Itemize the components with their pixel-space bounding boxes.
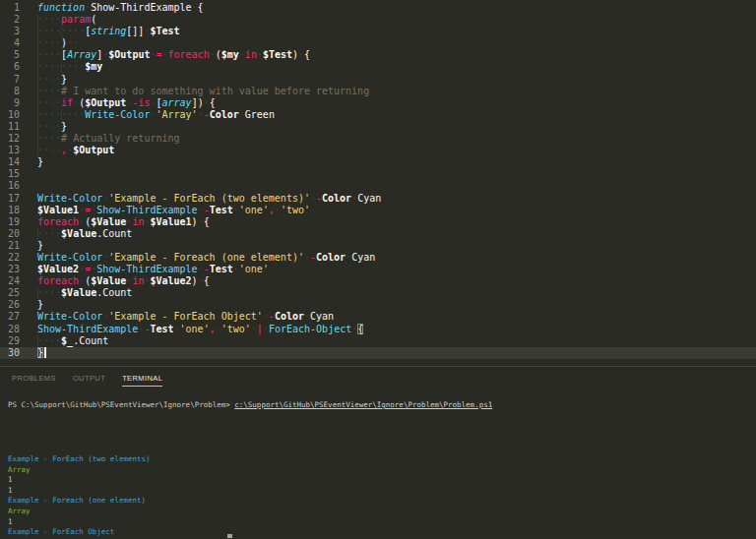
code-text: ····,·$Output <box>37 145 756 156</box>
line-number[interactable]: 29 <box>0 335 20 347</box>
line-number[interactable]: 12 <box>0 133 20 145</box>
code-text: ····if·($Output·-is·[array])·{ <box>37 97 756 109</box>
line-number[interactable]: 28 <box>0 324 20 335</box>
indent-guide <box>37 86 38 97</box>
line-number[interactable]: 18 <box>0 205 20 216</box>
line-number[interactable]: 17 <box>0 193 20 205</box>
line-number[interactable]: 22 <box>0 252 20 264</box>
code-text: ····# I want to do something with value … <box>37 86 756 97</box>
code-lines: 1function·Show-ThirdExample·{2····param(… <box>0 2 756 359</box>
code-text: ········Write-Color·'Array'·-Color·Green <box>37 109 756 121</box>
indent-guide <box>37 335 38 347</box>
code-text: function·Show-ThirdExample·{ <box>37 2 756 14</box>
editor-cursor <box>44 347 46 358</box>
line-number[interactable]: 10 <box>0 109 20 121</box>
terminal[interactable]: PS C:\Support\GitHub\PSEventViewer\Ignor… <box>0 389 756 538</box>
indent-guide <box>61 26 62 37</box>
code-text: $Value2·=·Show-ThirdExample·-Test·'one' <box>37 264 756 275</box>
code-text: ····$Value.Count <box>37 287 756 299</box>
panel-tab-bar: PROBLEMSOUTPUTTERMINAL <box>0 367 756 389</box>
line-number[interactable]: 3 <box>0 26 20 37</box>
code-line: 15 <box>0 168 756 180</box>
code-line: 28Show-ThirdExample·-Test·'one',·'two'·|… <box>0 324 756 335</box>
code-text: ····} <box>37 74 756 86</box>
code-line: 2····param( <box>0 14 756 26</box>
indent-guide <box>37 228 38 240</box>
code-line: 19foreach·($Value·in·$Value1)·{ <box>0 216 756 228</box>
indent-guide <box>37 74 38 86</box>
code-line: 5····[Array]·$Output·=·foreach·($my·in·$… <box>0 49 756 61</box>
line-number[interactable]: 20 <box>0 228 20 240</box>
line-number[interactable]: 7 <box>0 74 20 86</box>
line-number[interactable]: 23 <box>0 264 20 275</box>
code-line: 14} <box>0 156 756 168</box>
terminal-prompt-line: PS C:\Support\GitHub\PSEventViewer\Ignor… <box>8 400 492 409</box>
tab-output[interactable]: OUTPUT <box>73 370 105 387</box>
code-text: Write-Color·'Example - Foreach (one elem… <box>37 252 756 264</box>
code-line: 25····$Value.Count <box>0 287 756 299</box>
code-line: 12····# Actually returning <box>0 133 756 145</box>
line-number[interactable]: 30 <box>0 347 20 359</box>
indent-guide <box>61 109 62 121</box>
terminal-output-line: Example - ForEach (two elements) <box>8 454 151 465</box>
terminal-output-line: Example - Foreach (one element) <box>8 496 151 507</box>
line-number[interactable]: 16 <box>0 180 20 192</box>
indent-guide <box>37 109 38 121</box>
code-line: 16 <box>0 180 756 192</box>
line-number[interactable]: 1 <box>0 2 20 14</box>
code-line: 9····if·($Output·-is·[array])·{ <box>0 97 756 109</box>
code-text: $Value1·=·Show-ThirdExample·-Test·'one',… <box>37 205 756 216</box>
code-text: Write-Color·'Example - ForEach Object'·-… <box>37 311 756 323</box>
indent-guide <box>37 133 38 145</box>
line-number[interactable]: 6 <box>0 61 20 73</box>
line-number[interactable]: 4 <box>0 37 20 49</box>
code-line: 11····} <box>0 121 756 133</box>
line-number[interactable]: 9 <box>0 97 20 109</box>
code-text: ····$_.Count <box>37 335 756 347</box>
code-line: 20····$Value.Count <box>0 228 756 240</box>
line-number[interactable]: 24 <box>0 275 20 287</box>
code-line: 17Write-Color·'Example - ForEach (two el… <box>0 193 756 205</box>
terminal-prompt: PS C:\Support\GitHub\PSEventViewer\Ignor… <box>8 400 234 409</box>
line-number[interactable]: 14 <box>0 156 20 168</box>
code-line: 27Write-Color·'Example - ForEach Object'… <box>0 311 756 323</box>
code-text: } <box>37 347 756 359</box>
indent-guide <box>37 97 38 109</box>
line-number[interactable]: 15 <box>0 168 20 180</box>
indent-guide <box>37 49 38 61</box>
tab-problems[interactable]: PROBLEMS <box>12 370 56 387</box>
code-line: 6········$my <box>0 61 756 73</box>
bottom-panel: PROBLEMSOUTPUTTERMINAL PS C:\Support\Git… <box>0 367 756 538</box>
indent-guide <box>37 145 38 156</box>
line-number[interactable]: 27 <box>0 311 20 323</box>
line-number[interactable]: 19 <box>0 216 20 228</box>
code-text: ····$Value.Count <box>37 228 756 240</box>
terminal-command-link[interactable]: c:\Support\GitHub\PSEventViewer\Ignore\P… <box>234 400 492 409</box>
line-number[interactable]: 25 <box>0 287 20 299</box>
indent-guide <box>37 14 38 26</box>
code-line: 22Write-Color·'Example - Foreach (one el… <box>0 252 756 264</box>
code-line: 4····)·· <box>0 37 756 49</box>
code-text: } <box>37 156 756 168</box>
code-text: foreach·($Value·in·$Value2)·{ <box>37 275 756 287</box>
line-number[interactable]: 21 <box>0 240 20 252</box>
terminal-output-line: 1 <box>8 486 151 497</box>
line-number[interactable]: 5 <box>0 49 20 61</box>
indent-guide <box>37 37 38 49</box>
code-text: ····# Actually returning <box>37 133 756 145</box>
code-editor[interactable]: 1function·Show-ThirdExample·{2····param(… <box>0 0 756 367</box>
code-text: ····} <box>37 121 756 133</box>
line-number[interactable]: 11 <box>0 121 20 133</box>
code-line: 23$Value2·=·Show-ThirdExample·-Test·'one… <box>0 264 756 275</box>
line-number[interactable]: 13 <box>0 145 20 156</box>
code-line: 21} <box>0 240 756 252</box>
code-text: ····)·· <box>37 37 756 49</box>
code-text: Show-ThirdExample·-Test·'one',·'two'·|·F… <box>37 324 756 335</box>
code-line: 30} <box>0 347 756 359</box>
line-number[interactable]: 8 <box>0 86 20 97</box>
code-text: ········[string[]]·$Test <box>37 26 756 37</box>
tab-terminal[interactable]: TERMINAL <box>122 370 162 387</box>
line-number[interactable]: 26 <box>0 299 20 311</box>
line-number[interactable]: 2 <box>0 14 20 26</box>
code-line: 29····$_.Count <box>0 335 756 347</box>
